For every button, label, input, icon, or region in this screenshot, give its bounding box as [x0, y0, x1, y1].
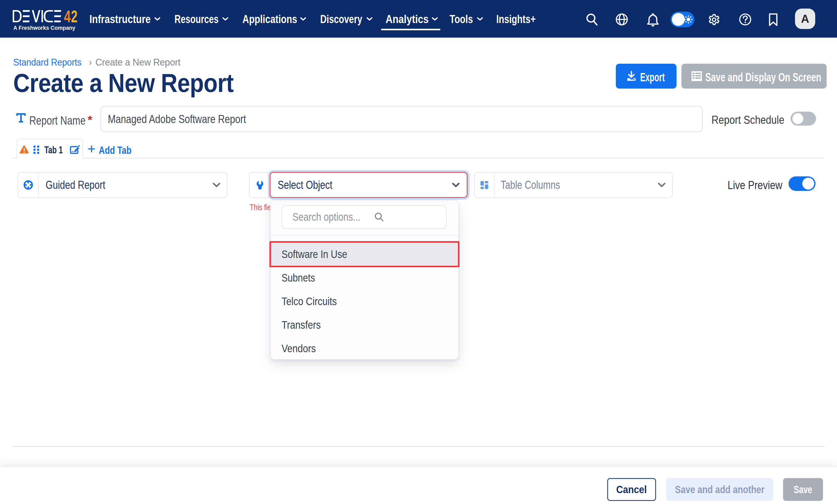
svg-text:2: 2 [71, 8, 77, 26]
svg-text:A Freshworks Company: A Freshworks Company [14, 24, 76, 31]
svg-text:4: 4 [64, 8, 71, 26]
